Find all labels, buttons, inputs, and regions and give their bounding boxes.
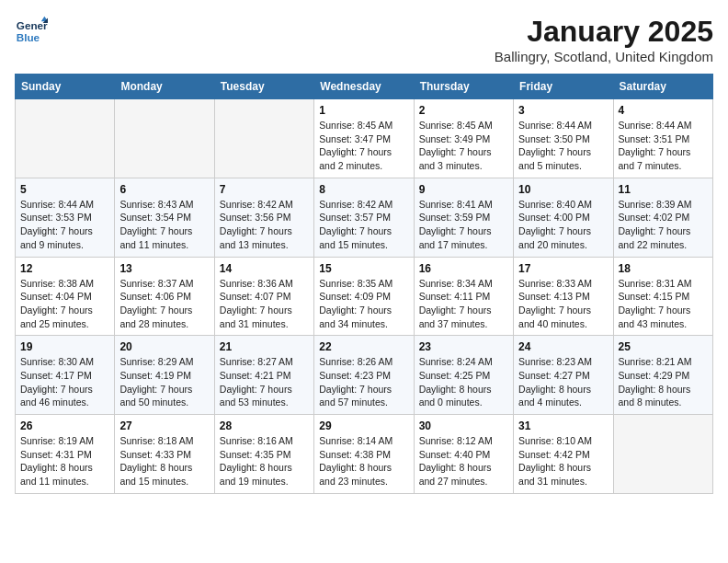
calendar-cell: 11Sunrise: 8:39 AM Sunset: 4:02 PM Dayli… [613, 178, 712, 257]
day-info: Sunrise: 8:31 AM Sunset: 4:15 PM Dayligh… [619, 277, 708, 331]
day-number: 18 [619, 262, 708, 275]
week-row-3: 12Sunrise: 8:38 AM Sunset: 4:04 PM Dayli… [16, 257, 713, 336]
day-number: 29 [319, 419, 408, 432]
weekday-header-friday: Friday [514, 75, 613, 99]
logo: General Blue [15, 15, 48, 48]
day-info: Sunrise: 8:19 AM Sunset: 4:31 PM Dayligh… [20, 434, 109, 488]
calendar-cell: 14Sunrise: 8:36 AM Sunset: 4:07 PM Dayli… [214, 257, 313, 336]
day-number: 6 [119, 183, 209, 196]
calendar-cell: 17Sunrise: 8:33 AM Sunset: 4:13 PM Dayli… [514, 257, 613, 336]
day-number: 9 [419, 183, 508, 196]
day-number: 26 [20, 419, 109, 432]
day-info: Sunrise: 8:27 AM Sunset: 4:21 PM Dayligh… [220, 355, 309, 409]
day-info: Sunrise: 8:30 AM Sunset: 4:17 PM Dayligh… [20, 355, 109, 409]
week-row-4: 19Sunrise: 8:30 AM Sunset: 4:17 PM Dayli… [16, 336, 713, 415]
day-number: 7 [220, 183, 309, 196]
weekday-header-saturday: Saturday [613, 75, 712, 99]
day-number: 20 [119, 340, 209, 353]
calendar-cell: 21Sunrise: 8:27 AM Sunset: 4:21 PM Dayli… [214, 336, 313, 415]
calendar-table: SundayMondayTuesdayWednesdayThursdayFrid… [15, 74, 713, 494]
week-row-2: 5Sunrise: 8:44 AM Sunset: 3:53 PM Daylig… [16, 178, 713, 257]
day-number: 24 [518, 340, 608, 353]
calendar-cell [613, 415, 712, 494]
week-row-5: 26Sunrise: 8:19 AM Sunset: 4:31 PM Dayli… [16, 415, 713, 494]
day-number: 5 [20, 183, 109, 196]
calendar-cell: 5Sunrise: 8:44 AM Sunset: 3:53 PM Daylig… [16, 178, 115, 257]
calendar-cell: 2Sunrise: 8:45 AM Sunset: 3:49 PM Daylig… [414, 99, 513, 178]
svg-text:Blue: Blue [17, 31, 40, 43]
calendar-cell: 7Sunrise: 8:42 AM Sunset: 3:56 PM Daylig… [214, 178, 313, 257]
day-number: 17 [518, 262, 608, 275]
calendar-cell: 4Sunrise: 8:44 AM Sunset: 3:51 PM Daylig… [613, 99, 712, 178]
day-number: 30 [419, 419, 508, 432]
calendar-cell: 19Sunrise: 8:30 AM Sunset: 4:17 PM Dayli… [16, 336, 115, 415]
day-number: 12 [20, 262, 109, 275]
day-info: Sunrise: 8:10 AM Sunset: 4:42 PM Dayligh… [518, 434, 608, 488]
calendar-cell: 9Sunrise: 8:41 AM Sunset: 3:59 PM Daylig… [414, 178, 513, 257]
day-info: Sunrise: 8:39 AM Sunset: 4:02 PM Dayligh… [619, 198, 708, 252]
calendar-cell: 27Sunrise: 8:18 AM Sunset: 4:33 PM Dayli… [115, 415, 214, 494]
calendar-cell: 28Sunrise: 8:16 AM Sunset: 4:35 PM Dayli… [214, 415, 313, 494]
calendar-cell: 10Sunrise: 8:40 AM Sunset: 4:00 PM Dayli… [514, 178, 613, 257]
day-number: 25 [619, 340, 708, 353]
calendar-cell [115, 99, 214, 178]
day-number: 27 [119, 419, 209, 432]
day-info: Sunrise: 8:42 AM Sunset: 3:57 PM Dayligh… [319, 198, 408, 252]
day-number: 31 [518, 419, 608, 432]
calendar-cell: 24Sunrise: 8:23 AM Sunset: 4:27 PM Dayli… [514, 336, 613, 415]
calendar-cell: 25Sunrise: 8:21 AM Sunset: 4:29 PM Dayli… [613, 336, 712, 415]
day-number: 1 [319, 104, 408, 117]
page-header: General Blue January 2025 Ballingry, Sco… [15, 15, 713, 64]
week-row-1: 1Sunrise: 8:45 AM Sunset: 3:47 PM Daylig… [16, 99, 713, 178]
calendar-cell: 8Sunrise: 8:42 AM Sunset: 3:57 PM Daylig… [314, 178, 414, 257]
day-info: Sunrise: 8:37 AM Sunset: 4:06 PM Dayligh… [119, 277, 209, 331]
calendar-cell: 12Sunrise: 8:38 AM Sunset: 4:04 PM Dayli… [16, 257, 115, 336]
day-info: Sunrise: 8:44 AM Sunset: 3:50 PM Dayligh… [518, 119, 608, 173]
day-number: 21 [220, 340, 309, 353]
day-number: 22 [319, 340, 408, 353]
day-info: Sunrise: 8:34 AM Sunset: 4:11 PM Dayligh… [419, 277, 508, 331]
day-number: 4 [619, 104, 708, 117]
location-subtitle: Ballingry, Scotland, United Kingdom [495, 49, 713, 64]
day-number: 13 [119, 262, 209, 275]
calendar-header: SundayMondayTuesdayWednesdayThursdayFrid… [16, 75, 713, 99]
day-info: Sunrise: 8:41 AM Sunset: 3:59 PM Dayligh… [419, 198, 508, 252]
calendar-cell: 16Sunrise: 8:34 AM Sunset: 4:11 PM Dayli… [414, 257, 513, 336]
day-number: 3 [518, 104, 608, 117]
calendar-cell: 18Sunrise: 8:31 AM Sunset: 4:15 PM Dayli… [613, 257, 712, 336]
day-info: Sunrise: 8:36 AM Sunset: 4:07 PM Dayligh… [220, 277, 309, 331]
calendar-cell: 6Sunrise: 8:43 AM Sunset: 3:54 PM Daylig… [115, 178, 214, 257]
day-number: 2 [419, 104, 508, 117]
weekday-header-wednesday: Wednesday [314, 75, 414, 99]
day-info: Sunrise: 8:16 AM Sunset: 4:35 PM Dayligh… [220, 434, 309, 488]
calendar-cell: 31Sunrise: 8:10 AM Sunset: 4:42 PM Dayli… [514, 415, 613, 494]
day-info: Sunrise: 8:44 AM Sunset: 3:51 PM Dayligh… [619, 119, 708, 173]
weekday-header-tuesday: Tuesday [214, 75, 313, 99]
title-block: January 2025 Ballingry, Scotland, United… [495, 15, 713, 64]
calendar-cell: 1Sunrise: 8:45 AM Sunset: 3:47 PM Daylig… [314, 99, 414, 178]
day-number: 16 [419, 262, 508, 275]
day-info: Sunrise: 8:45 AM Sunset: 3:47 PM Dayligh… [319, 119, 408, 173]
logo-icon: General Blue [15, 15, 48, 48]
day-info: Sunrise: 8:23 AM Sunset: 4:27 PM Dayligh… [518, 355, 608, 409]
calendar-cell: 23Sunrise: 8:24 AM Sunset: 4:25 PM Dayli… [414, 336, 513, 415]
day-info: Sunrise: 8:42 AM Sunset: 3:56 PM Dayligh… [220, 198, 309, 252]
calendar-cell: 22Sunrise: 8:26 AM Sunset: 4:23 PM Dayli… [314, 336, 414, 415]
day-number: 11 [619, 183, 708, 196]
day-info: Sunrise: 8:45 AM Sunset: 3:49 PM Dayligh… [419, 119, 508, 173]
calendar-cell [16, 99, 115, 178]
weekday-row: SundayMondayTuesdayWednesdayThursdayFrid… [16, 75, 713, 99]
calendar-cell: 15Sunrise: 8:35 AM Sunset: 4:09 PM Dayli… [314, 257, 414, 336]
calendar-cell: 26Sunrise: 8:19 AM Sunset: 4:31 PM Dayli… [16, 415, 115, 494]
calendar-cell: 13Sunrise: 8:37 AM Sunset: 4:06 PM Dayli… [115, 257, 214, 336]
day-number: 19 [20, 340, 109, 353]
day-info: Sunrise: 8:33 AM Sunset: 4:13 PM Dayligh… [518, 277, 608, 331]
day-number: 14 [220, 262, 309, 275]
day-number: 10 [518, 183, 608, 196]
day-number: 23 [419, 340, 508, 353]
calendar-body: 1Sunrise: 8:45 AM Sunset: 3:47 PM Daylig… [16, 99, 713, 494]
day-number: 8 [319, 183, 408, 196]
day-number: 15 [319, 262, 408, 275]
month-title: January 2025 [495, 15, 713, 49]
day-info: Sunrise: 8:24 AM Sunset: 4:25 PM Dayligh… [419, 355, 508, 409]
